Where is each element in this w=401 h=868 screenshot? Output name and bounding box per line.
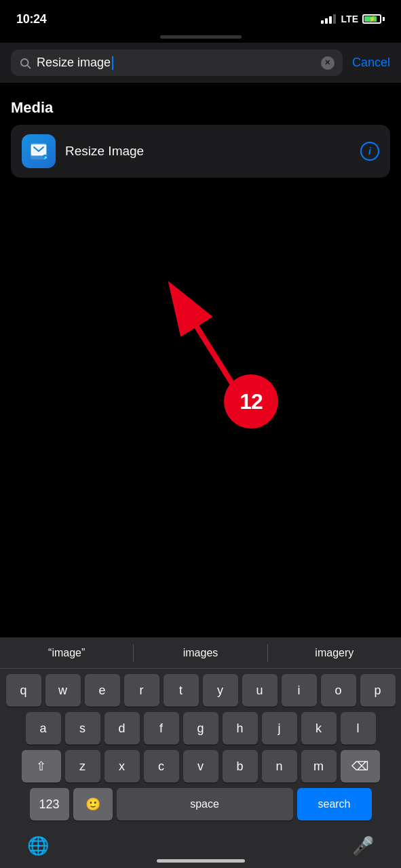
- key-p[interactable]: p: [360, 674, 396, 707]
- main-content: Media ↗ Resize Image i: [0, 83, 401, 374]
- key-k[interactable]: k: [301, 712, 337, 745]
- key-a[interactable]: a: [26, 712, 61, 745]
- signal-bars-icon: [321, 14, 336, 24]
- autocomplete-imagery[interactable]: imagery: [268, 637, 401, 668]
- search-icon: [19, 57, 31, 69]
- autocomplete-bar[interactable]: “image” images imagery: [0, 637, 401, 669]
- battery-icon: ⚡: [362, 14, 385, 24]
- key-n[interactable]: n: [262, 750, 297, 783]
- media-section-label: Media: [11, 99, 390, 117]
- notch-pill: [160, 35, 242, 39]
- key-m[interactable]: m: [301, 750, 337, 783]
- resize-icon-svg: ↗: [28, 141, 49, 161]
- key-row-1: q w e r t y u i o p: [3, 674, 398, 707]
- keyboard-area[interactable]: “image” images imagery q w e r t y u i o…: [0, 637, 401, 868]
- key-z[interactable]: z: [65, 750, 100, 783]
- step-number: 12: [240, 389, 263, 414]
- key-c[interactable]: c: [144, 750, 179, 783]
- search-input-wrapper[interactable]: Resize image ✕: [11, 50, 343, 76]
- autocomplete-images[interactable]: images: [134, 637, 267, 668]
- key-x[interactable]: x: [104, 750, 140, 783]
- clear-button[interactable]: ✕: [321, 56, 335, 70]
- content-area: Media ↗ Resize Image i: [0, 83, 401, 189]
- search-input[interactable]: Resize image: [37, 56, 316, 70]
- key-h[interactable]: h: [223, 712, 258, 745]
- key-row-4: 123 🙂 space search: [3, 788, 398, 821]
- autocomplete-quoted-image[interactable]: “image”: [0, 637, 133, 668]
- resize-image-result[interactable]: ↗ Resize Image i: [11, 125, 390, 178]
- key-f[interactable]: f: [144, 712, 179, 745]
- key-w[interactable]: w: [45, 674, 81, 707]
- key-l[interactable]: l: [341, 712, 376, 745]
- text-cursor: [112, 56, 113, 70]
- key-j[interactable]: j: [262, 712, 297, 745]
- step-badge: 12: [224, 374, 278, 429]
- notch-bar: [0, 35, 401, 43]
- key-t[interactable]: t: [164, 674, 199, 707]
- key-row-3: ⇧ z x c v b n m ⌫: [3, 750, 398, 783]
- backspace-key[interactable]: ⌫: [341, 750, 380, 783]
- key-b[interactable]: b: [223, 750, 258, 783]
- result-title: Resize Image: [65, 144, 351, 159]
- key-v[interactable]: v: [183, 750, 218, 783]
- key-r[interactable]: r: [124, 674, 159, 707]
- status-icons: LTE ⚡: [321, 14, 385, 24]
- home-indicator: [157, 859, 245, 863]
- emoji-key[interactable]: 🙂: [73, 788, 113, 821]
- key-s[interactable]: s: [65, 712, 100, 745]
- key-g[interactable]: g: [183, 712, 218, 745]
- key-o[interactable]: o: [321, 674, 356, 707]
- info-icon: i: [368, 146, 371, 157]
- svg-line-8: [197, 327, 248, 408]
- resize-image-icon: ↗: [22, 134, 56, 168]
- key-e[interactable]: e: [85, 674, 120, 707]
- status-bar: 10:24 LTE ⚡: [0, 0, 401, 35]
- key-u[interactable]: u: [242, 674, 278, 707]
- info-button[interactable]: i: [360, 142, 379, 161]
- key-i[interactable]: i: [282, 674, 317, 707]
- lte-label: LTE: [341, 14, 358, 24]
- key-q[interactable]: q: [6, 674, 41, 707]
- key-d[interactable]: d: [104, 712, 140, 745]
- shift-key[interactable]: ⇧: [22, 750, 61, 783]
- search-area: Resize image ✕ Cancel: [0, 43, 401, 83]
- globe-icon[interactable]: 🌐: [27, 835, 49, 856]
- microphone-icon[interactable]: 🎤: [352, 835, 374, 856]
- svg-text:↗: ↗: [43, 156, 47, 160]
- search-key[interactable]: search: [297, 788, 372, 821]
- key-row-2: a s d f g h j k l: [3, 712, 398, 745]
- key-y[interactable]: y: [203, 674, 238, 707]
- cancel-button[interactable]: Cancel: [349, 56, 390, 70]
- num-key[interactable]: 123: [30, 788, 69, 821]
- space-key[interactable]: space: [117, 788, 293, 821]
- svg-line-1: [27, 65, 30, 68]
- keyboard-rows: q w e r t y u i o p a s d f g h j k l ⇧ …: [0, 669, 401, 829]
- status-time: 10:24: [16, 12, 47, 26]
